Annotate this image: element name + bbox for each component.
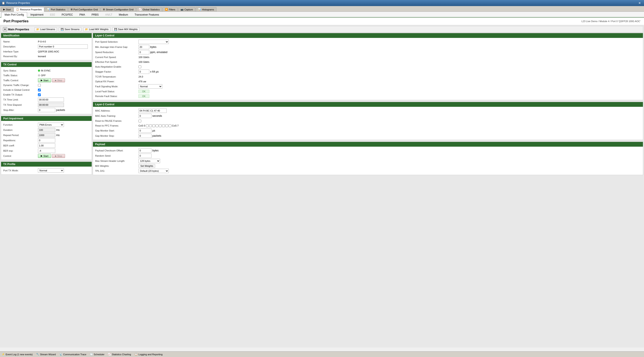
tab-capture[interactable]: 📷 Capture (178, 7, 195, 12)
mac-address-row: MAC Address: (95, 108, 641, 113)
resource-props-icon: 📋 (16, 8, 19, 11)
main-tab-pma[interactable]: PMA (76, 12, 88, 17)
load-streams-button[interactable]: 📂 Load Streams (34, 27, 57, 32)
layer1-body: Port Speed Selection: Min. Average Inter… (93, 38, 643, 100)
duration-input[interactable] (38, 128, 55, 132)
tab-port-statistics[interactable]: 📊 Port Statistics (45, 7, 68, 12)
pfc-cos7-checkbox[interactable] (168, 124, 172, 127)
repeat-period-input[interactable] (38, 133, 55, 137)
gap-monitor-start-input[interactable] (138, 128, 152, 133)
traffic-status-row: Traffic Status: OFF (3, 73, 90, 78)
mac-auto-unit: seconds (152, 114, 162, 118)
min-avg-input[interactable] (138, 45, 149, 49)
tpl-dg-select[interactable]: Default (20 bytes) (138, 169, 169, 173)
stream-config-icon: ⊞ (103, 8, 105, 11)
fault-signaling-select[interactable]: Normal Local Fault Remote Fault (138, 84, 162, 88)
react-pause-row: React to PAUSE Frames: (95, 118, 641, 123)
start-icon: ▶ (3, 8, 5, 11)
set-weights-button[interactable]: Set Weights (138, 164, 155, 168)
impairment-start-button[interactable]: ▶ Start (38, 154, 51, 158)
pfc-cos5-checkbox[interactable] (162, 124, 165, 127)
local-fault-row: Local Fault Status: OK (95, 89, 641, 94)
stagger-factor-unit: x 64 µs (150, 70, 158, 73)
main-tab-impairment[interactable]: Impairment (27, 12, 46, 17)
collapse-button[interactable]: ▼ (3, 27, 7, 32)
pfc-cos6-checkbox[interactable] (165, 124, 168, 127)
dynamic-traffic-checkbox[interactable] (38, 84, 41, 87)
gap-monitor-stop-input[interactable] (138, 134, 152, 138)
ber-exp-input[interactable] (38, 148, 55, 153)
tab-start[interactable]: ▶ Start (1, 7, 13, 12)
tx-control-body: Sync Status: IN SYNC Traffic Status: OFF… (1, 67, 92, 114)
close-button[interactable]: ✕ (637, 1, 642, 5)
main-tab-bar: Main Port Config Impairment EEE PCS/FEC … (0, 12, 644, 18)
main-tab-prbs[interactable]: PRBS (88, 12, 102, 17)
tab-port-config-grid[interactable]: ⊞ Port Configuration Grid (68, 7, 100, 12)
main-tab-port-config[interactable]: Main Port Config (1, 12, 27, 18)
speed-reduction-input[interactable] (138, 50, 149, 54)
section-title: Main Properties (8, 28, 29, 31)
impairment-stop-button[interactable]: ■ Stop (52, 154, 65, 158)
checksum-offset-row: Payload Checksum Offset: bytes (95, 148, 641, 153)
tcvr-temp-value: 24.0 (138, 76, 143, 78)
tab-resource-properties[interactable]: 📋 Resource Properties (14, 7, 44, 12)
current-port-speed-value: 100 Gbit/s (138, 56, 149, 58)
stop-after-input[interactable] (38, 108, 55, 112)
optical-rx-value: 476 uw (138, 80, 146, 83)
save-mix-icon: 💾 (114, 28, 117, 31)
pfc-cos4-checkbox[interactable] (159, 124, 162, 127)
content-area: ▼ Main Properties 📂 Load Streams 💾 Save … (0, 25, 644, 348)
pfc-cos2-checkbox[interactable] (152, 124, 155, 127)
tab-global-statistics[interactable]: 📈 Global Statistics (136, 7, 162, 12)
enable-tx-checkbox[interactable] (38, 93, 41, 96)
pfc-cos1-checkbox[interactable] (149, 124, 152, 127)
port-speed-select[interactable] (138, 40, 169, 44)
load-mix-weights-button[interactable]: 📂 Load MIX Weights (83, 27, 110, 32)
load-mix-icon: 📂 (85, 28, 88, 31)
tx-time-elapsed-row: TX Time Elapsed: (3, 102, 90, 108)
save-mix-weights-button[interactable]: 💾 Save MIX Weights (112, 27, 140, 32)
tab-stream-config-grid[interactable]: ⊞ Stream Configuration Grid (100, 7, 136, 12)
title-bar: 📋 Resource Properties ✕ (0, 0, 644, 6)
description-input[interactable] (38, 44, 88, 49)
save-streams-button[interactable]: 💾 Save Streams (59, 27, 82, 32)
checksum-offset-input[interactable] (138, 148, 152, 153)
mac-address-input[interactable] (138, 108, 167, 113)
save-streams-icon: 💾 (61, 28, 64, 31)
sync-dot (38, 70, 40, 72)
traffic-start-button[interactable]: ▶ Start (38, 78, 51, 82)
pfc-cos3-checkbox[interactable] (156, 124, 158, 127)
stagger-factor-input[interactable] (138, 70, 149, 74)
random-seed-input[interactable] (138, 154, 152, 158)
tab-histograms[interactable]: 📊 Histograms (196, 7, 216, 12)
auto-neg-checkbox[interactable] (138, 66, 141, 68)
layer2-body: MAC Address: MAC Auto-Training: seconds … (93, 107, 643, 140)
effective-port-speed-row: Effective Port Speed: 100 Gbit/s (95, 60, 641, 64)
reserved-row: Reserved By: leonard (3, 54, 90, 59)
tx-time-limit-input[interactable] (38, 98, 64, 102)
max-stream-header-select[interactable]: 128 bytes 64 bytes (138, 159, 160, 163)
repetitions-input[interactable] (38, 138, 55, 142)
tx-profile-header: TX Profile (1, 162, 92, 166)
mac-auto-training-input[interactable] (138, 114, 152, 118)
impairment-start-icon: ▶ (41, 154, 42, 157)
tab-filters[interactable]: 🔽 Filters (162, 7, 178, 12)
dynamic-traffic-row: Dynamic Traffic Change: (3, 83, 90, 88)
pfc-cos0-checkbox[interactable] (146, 124, 149, 127)
tx-time-elapsed-input[interactable] (38, 103, 64, 107)
port-stats-icon: 📊 (47, 8, 50, 11)
react-pause-checkbox[interactable] (138, 120, 141, 122)
payload-body: Payload Checksum Offset: bytes Random Se… (93, 147, 643, 175)
random-seed-row: Random Seed: (95, 153, 641, 158)
ber-coeff-input[interactable] (38, 144, 55, 148)
main-tab-medium[interactable]: Medium (116, 12, 131, 17)
main-tab-pcs-fec[interactable]: PCS/FEC (58, 12, 76, 17)
include-global-checkbox[interactable] (38, 88, 41, 92)
traffic-stop-button[interactable]: ■ Stop (52, 78, 65, 82)
port-tx-mode-select[interactable]: Normal Sequential Interleaved (38, 168, 64, 173)
layer1-section: Layer-1 Control Port Speed Selection: Mi… (93, 33, 643, 100)
function-select[interactable]: PMA Errors None (38, 122, 64, 127)
right-column: Layer-1 Control Port Speed Selection: Mi… (93, 33, 643, 176)
main-tab-transceiver[interactable]: Transceiver Features (131, 12, 162, 17)
gap-monitor-start-row: Gap Monitor Start: µs (95, 128, 641, 133)
